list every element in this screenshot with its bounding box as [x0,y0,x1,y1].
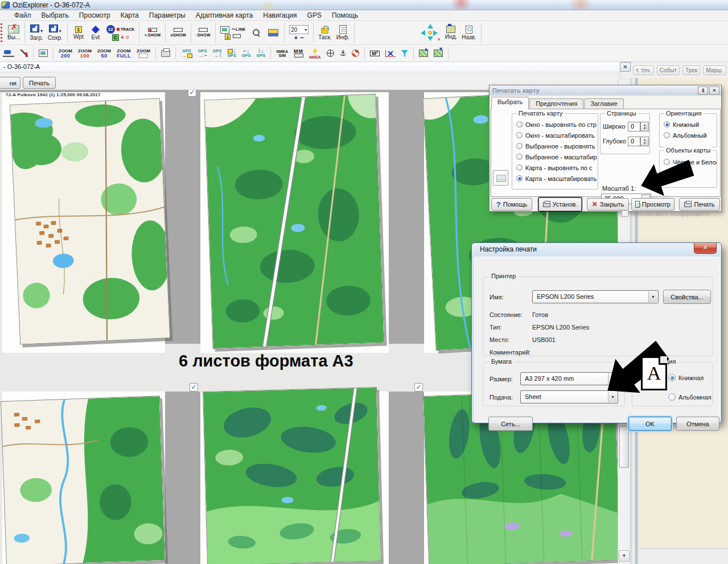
cancel-button[interactable]: Отмена [676,417,719,431]
dialog-tab[interactable]: Заглавие [584,98,623,109]
print-option[interactable]: Окно - масштабировать [512,130,598,141]
print-map-button[interactable] [158,45,173,61]
ruler-icon[interactable] [233,34,241,38]
zoom-window-button[interactable]: ZOOM [134,45,153,61]
menu-item[interactable]: GPS [302,11,327,20]
comment-icon[interactable]: C [112,34,119,41]
anchor-button[interactable]: ⚓ [337,45,349,61]
gps-send-wpt-button[interactable]: GPS→ [178,45,195,61]
index-button[interactable]: Инд. [442,21,459,44]
area-button[interactable]: M² [367,45,382,61]
color-option[interactable]: Цвет [660,167,717,178]
scrollbar-down-button[interactable]: ▼ [619,550,630,562]
zoom-select[interactable]: 20▾ [289,25,309,34]
image-load-button[interactable] [416,45,431,61]
paper-size-combobox[interactable]: A3 297 x 420 mm▼ [520,372,618,385]
zoom-50-button[interactable]: ZOOM50 [94,45,114,61]
filter-button[interactable] [398,45,411,61]
print-button[interactable]: Печать [679,198,720,211]
nmea-sim-button[interactable]: NMEASIM [273,45,291,61]
clipped-left-button[interactable]: ни [0,77,20,89]
point-12-icon[interactable]: 12 [106,25,115,34]
dropdown-icon[interactable]: ▼ [608,373,617,384]
gps-get-route-button[interactable]: ⌐↓GPS [239,45,254,61]
save-button[interactable]: ▾Сохр. [46,21,65,44]
zoom-in-button[interactable]: + [294,35,298,40]
preview-thumbnail-button[interactable] [493,170,508,186]
side-toolbar-button[interactable]: Трек [682,65,700,75]
zoom-out-button[interactable]: − [300,35,303,40]
menu-item[interactable]: Просмотр [74,11,116,20]
print-option[interactable]: Выбранное - масштабир [512,151,598,162]
info-button[interactable]: Инф. [334,21,352,44]
help-button[interactable]: ?Помощь [491,198,532,211]
map-tools-button[interactable] [17,45,31,61]
image-copy-button[interactable] [36,45,51,61]
dialog-tab[interactable]: Выбрать [491,97,529,109]
print-option[interactable]: Карта - выровнять по с [512,162,598,173]
print-map-dialog-titlebar[interactable]: Печатать карту [490,85,721,96]
deep-input[interactable]: 0 [628,137,640,146]
scrollbar-thumb[interactable] [619,426,629,468]
image-save-button[interactable] [431,45,446,61]
print-preview-print-button[interactable]: Печать [23,77,56,89]
properties-button[interactable]: Свойства... [663,290,711,304]
show-waypoints-button[interactable]: oSHOW [168,21,188,44]
gps-get-track-button[interactable]: ⟨↓GPS [254,45,269,61]
note-icon[interactable] [220,26,229,34]
portrait-option[interactable]: Книжный [660,119,717,130]
dropdown-icon[interactable]: ▼ [608,392,617,402]
sheet6-checkbox[interactable]: ✓ [414,383,423,392]
landscape-option[interactable]: Альбомный [660,130,717,141]
ok-button[interactable]: OK [628,417,672,431]
rollup-button[interactable]: ⇕ [698,87,708,94]
zoom-200-button[interactable]: ZOOM200 [56,45,75,61]
event-button[interactable]: Evt [87,21,104,44]
name-search-button[interactable]: Назв. [459,21,478,44]
magnify-button[interactable] [248,21,265,44]
select-map-button[interactable]: Вы... [5,21,22,44]
ruler-1-icon[interactable]: 1 [225,34,231,40]
portrait-radio[interactable] [668,374,676,381]
gps-get-wpt-button[interactable]: ↓GPS [224,45,239,61]
menu-item[interactable]: Выбрать [36,11,74,20]
profile-button[interactable] [382,45,398,61]
printer-name-combobox[interactable]: EPSON L200 Series▼ [532,290,659,303]
close-button[interactable]: ✕Закрыть [587,198,629,211]
dropdown-icon[interactable]: ▼ [648,291,657,302]
show-events-button[interactable]: ▫SHOW [194,21,213,44]
side-toolbar-button[interactable]: Событ [657,65,680,75]
track-point-icon[interactable]: o [126,34,129,40]
note-line-tools[interactable]: 〜LINE 1 [218,21,248,44]
menu-item[interactable]: Параметры [144,11,191,20]
show-track-button[interactable]: ∿SHOW [142,21,163,44]
side-toolbar-button[interactable]: Марш. [703,65,726,75]
print-option[interactable]: Окно - выровнять по стр [512,119,598,130]
wide-input[interactable]: 0 [628,122,640,131]
bw-option[interactable]: Чёрное и Белое [660,157,717,167]
menu-item[interactable]: Карта [116,11,144,20]
nmea-button[interactable]: NMEA [306,45,324,61]
gps-send-track-button[interactable]: GPS→⟨ [210,45,225,61]
network-button[interactable]: Сеть... [488,417,533,431]
pan-cluster[interactable]: x [418,21,442,44]
sheet2-checkbox[interactable]: ✓ [188,90,196,97]
dialog-tab[interactable]: Предпочтения [529,98,583,109]
map-properties-button[interactable] [265,21,282,44]
menu-item[interactable]: Адаптивная карта [191,11,258,20]
zoom-full-button[interactable]: ZOOMFULL [114,45,134,61]
menu-item[interactable]: Помощь [327,11,363,20]
pan-arrows-icon[interactable]: x [421,24,440,42]
line-tool[interactable]: 〜LINE [232,26,245,34]
deep-spinner[interactable]: ▲▼ [640,137,649,146]
mob-button[interactable] [349,45,362,61]
load-button[interactable]: ▾Загр. [27,21,46,44]
pan-center-icon[interactable] [428,31,432,35]
waypoint-button[interactable]: 1Wpt [70,21,87,44]
paper-feed-combobox[interactable]: Sheet▼ [520,390,618,404]
zoom-100-button[interactable]: ZOOM100 [75,45,94,61]
toolbar-grip[interactable] [1,23,5,42]
track-plus-icon[interactable]: + [121,34,124,40]
menu-item[interactable]: Файл [9,11,36,20]
compass-button[interactable] [324,45,337,61]
